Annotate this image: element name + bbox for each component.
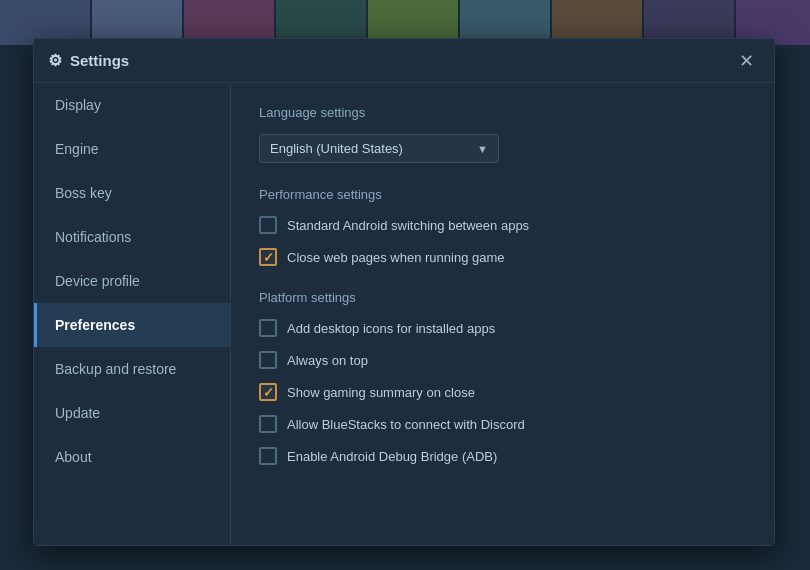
- close-button[interactable]: ✕: [732, 47, 760, 75]
- platform-section: Platform settings Add desktop icons for …: [259, 290, 746, 465]
- checkbox-discord-label: Allow BlueStacks to connect with Discord: [287, 417, 525, 432]
- sidebar-item-engine[interactable]: Engine: [34, 127, 230, 171]
- sidebar-item-boss-key[interactable]: Boss key: [34, 171, 230, 215]
- sidebar-item-device-profile[interactable]: Device profile: [34, 259, 230, 303]
- performance-section: Performance settings Standard Android sw…: [259, 187, 746, 266]
- checkbox-row-android-switch: Standard Android switching between apps: [259, 216, 746, 234]
- language-value: English (United States): [270, 141, 403, 156]
- checkbox-close-web[interactable]: ✓: [259, 248, 277, 266]
- checkbox-always-on-top[interactable]: [259, 351, 277, 369]
- modal-title: Settings: [70, 52, 129, 69]
- checkbox-discord[interactable]: [259, 415, 277, 433]
- sidebar: Display Engine Boss key Notifications De…: [34, 83, 231, 545]
- checkbox-desktop-icons-label: Add desktop icons for installed apps: [287, 321, 495, 336]
- sidebar-item-update[interactable]: Update: [34, 391, 230, 435]
- check-icon: ✓: [263, 251, 274, 264]
- checkbox-gaming-summary[interactable]: ✓: [259, 383, 277, 401]
- title-bar: ⚙ Settings ✕: [34, 39, 774, 83]
- chevron-down-icon: ▼: [477, 143, 488, 155]
- check-icon-2: ✓: [263, 386, 274, 399]
- language-dropdown[interactable]: English (United States) ▼: [259, 134, 499, 163]
- checkbox-row-always-on-top: Always on top: [259, 351, 746, 369]
- sidebar-item-notifications[interactable]: Notifications: [34, 215, 230, 259]
- checkbox-row-close-web: ✓ Close web pages when running game: [259, 248, 746, 266]
- checkbox-row-adb: Enable Android Debug Bridge (ADB): [259, 447, 746, 465]
- checkbox-always-on-top-label: Always on top: [287, 353, 368, 368]
- sidebar-item-display[interactable]: Display: [34, 83, 230, 127]
- content-area: Language settings English (United States…: [231, 83, 774, 545]
- performance-section-title: Performance settings: [259, 187, 746, 202]
- title-left: ⚙ Settings: [48, 51, 129, 70]
- checkbox-row-desktop-icons: Add desktop icons for installed apps: [259, 319, 746, 337]
- platform-section-title: Platform settings: [259, 290, 746, 305]
- checkbox-row-gaming-summary: ✓ Show gaming summary on close: [259, 383, 746, 401]
- checkbox-gaming-summary-label: Show gaming summary on close: [287, 385, 475, 400]
- sidebar-item-about[interactable]: About: [34, 435, 230, 479]
- checkbox-adb-label: Enable Android Debug Bridge (ADB): [287, 449, 497, 464]
- checkbox-close-web-label: Close web pages when running game: [287, 250, 505, 265]
- settings-modal: ⚙ Settings ✕ Display Engine Boss key Not…: [33, 38, 775, 546]
- language-section-title: Language settings: [259, 105, 746, 120]
- modal-body: Display Engine Boss key Notifications De…: [34, 83, 774, 545]
- checkbox-android-switch[interactable]: [259, 216, 277, 234]
- sidebar-item-preferences[interactable]: Preferences: [34, 303, 230, 347]
- gear-icon: ⚙: [48, 51, 62, 70]
- checkbox-row-discord: Allow BlueStacks to connect with Discord: [259, 415, 746, 433]
- language-section: Language settings English (United States…: [259, 105, 746, 163]
- sidebar-item-backup-restore[interactable]: Backup and restore: [34, 347, 230, 391]
- checkbox-desktop-icons[interactable]: [259, 319, 277, 337]
- checkbox-android-switch-label: Standard Android switching between apps: [287, 218, 529, 233]
- checkbox-adb[interactable]: [259, 447, 277, 465]
